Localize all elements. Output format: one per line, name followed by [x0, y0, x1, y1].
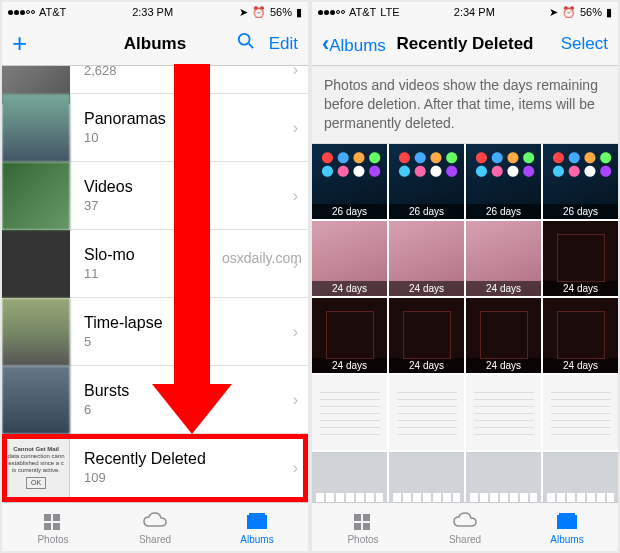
- svg-rect-7: [249, 513, 265, 515]
- alarm-icon: ⏰: [252, 6, 266, 19]
- back-button[interactable]: ‹ Albums: [322, 31, 386, 57]
- status-bar: AT&T 2:33 PM ➤ ⏰ 56% ▮: [2, 2, 308, 22]
- album-row[interactable]: Panoramas10 ›: [2, 94, 308, 162]
- photo-cell[interactable]: 24 days: [543, 221, 618, 296]
- photo-cell[interactable]: 24 days: [389, 221, 464, 296]
- status-bar: AT&T LTE 2:34 PM ➤ ⏰ 56% ▮: [312, 2, 618, 22]
- album-row[interactable]: Videos37 ›: [2, 162, 308, 230]
- chevron-right-icon: ›: [293, 187, 298, 205]
- svg-rect-6: [247, 515, 267, 529]
- albums-icon: [554, 510, 580, 532]
- photo-cell[interactable]: [543, 375, 618, 450]
- battery-percent: 56%: [580, 6, 602, 18]
- cloud-icon: [452, 510, 478, 532]
- signal-dots-icon: [8, 10, 35, 15]
- tab-photos[interactable]: Photos: [312, 503, 414, 551]
- photo-cell[interactable]: 26 days: [543, 144, 618, 219]
- photo-cell[interactable]: [543, 452, 618, 502]
- carrier-label: AT&T: [349, 6, 376, 18]
- svg-rect-2: [44, 514, 51, 521]
- svg-rect-3: [53, 514, 60, 521]
- phone-right: AT&T LTE 2:34 PM ➤ ⏰ 56% ▮ ‹ Albums Rece…: [312, 2, 618, 551]
- battery-icon: ▮: [606, 6, 612, 19]
- svg-rect-15: [559, 513, 575, 515]
- photos-icon: [350, 510, 376, 532]
- clock: 2:34 PM: [454, 6, 495, 18]
- svg-rect-5: [53, 523, 60, 530]
- tab-bar: Photos Shared Albums: [312, 502, 618, 551]
- location-icon: ➤: [239, 6, 248, 19]
- clock: 2:33 PM: [132, 6, 173, 18]
- albums-list[interactable]: 2,628 › Panoramas10 › Videos37 › Slo-mo1…: [2, 66, 308, 502]
- photo-cell[interactable]: 24 days: [312, 221, 387, 296]
- deleted-content[interactable]: Photos and videos show the days remainin…: [312, 66, 618, 502]
- photo-cell[interactable]: 24 days: [312, 298, 387, 373]
- album-row[interactable]: Time-lapse5 ›: [2, 298, 308, 366]
- phone-left: AT&T 2:33 PM ➤ ⏰ 56% ▮ + Albums Edit 2,6…: [2, 2, 308, 551]
- photo-cell[interactable]: 24 days: [543, 298, 618, 373]
- svg-rect-4: [44, 523, 51, 530]
- album-thumbnail: [2, 94, 70, 162]
- album-thumbnail: [2, 366, 70, 434]
- photos-icon: [40, 510, 66, 532]
- album-thumbnail: Cannot Get Mail data connection cann est…: [2, 434, 70, 502]
- photo-cell[interactable]: 24 days: [466, 298, 541, 373]
- location-icon: ➤: [549, 6, 558, 19]
- edit-button[interactable]: Edit: [269, 34, 298, 54]
- svg-rect-12: [354, 523, 361, 530]
- signal-dots-icon: [318, 10, 345, 15]
- svg-line-1: [248, 44, 253, 49]
- svg-rect-14: [557, 515, 577, 529]
- battery-percent: 56%: [270, 6, 292, 18]
- photo-cell[interactable]: 24 days: [389, 298, 464, 373]
- album-row-recently-deleted[interactable]: Cannot Get Mail data connection cann est…: [2, 434, 308, 502]
- chevron-right-icon: ›: [293, 119, 298, 137]
- select-button[interactable]: Select: [561, 34, 608, 54]
- svg-rect-10: [354, 514, 361, 521]
- alarm-icon: ⏰: [562, 6, 576, 19]
- album-row[interactable]: Bursts6 ›: [2, 366, 308, 434]
- photo-cell[interactable]: 26 days: [312, 144, 387, 219]
- svg-rect-11: [363, 514, 370, 521]
- albums-icon: [244, 510, 270, 532]
- photo-cell[interactable]: [389, 375, 464, 450]
- search-icon[interactable]: [237, 32, 255, 55]
- tab-shared[interactable]: Shared: [104, 503, 206, 551]
- chevron-right-icon: ›: [293, 323, 298, 341]
- svg-point-0: [239, 34, 250, 45]
- chevron-right-icon: ›: [293, 459, 298, 477]
- cloud-icon: [142, 510, 168, 532]
- photo-cell[interactable]: 24 days: [466, 221, 541, 296]
- chevron-right-icon: ›: [293, 66, 298, 79]
- photo-cell[interactable]: [466, 452, 541, 502]
- photo-cell[interactable]: [466, 375, 541, 450]
- info-banner: Photos and videos show the days remainin…: [312, 66, 618, 144]
- tab-shared[interactable]: Shared: [414, 503, 516, 551]
- battery-icon: ▮: [296, 6, 302, 19]
- photo-cell[interactable]: 26 days: [389, 144, 464, 219]
- tab-albums[interactable]: Albums: [516, 503, 618, 551]
- photo-grid: 26 days 26 days 26 days 26 days 24 days …: [312, 144, 618, 502]
- photo-cell[interactable]: [312, 452, 387, 502]
- svg-rect-13: [363, 523, 370, 530]
- add-button[interactable]: +: [12, 28, 27, 59]
- album-thumbnail: [2, 298, 70, 366]
- network-label: LTE: [380, 6, 399, 18]
- photo-cell[interactable]: [389, 452, 464, 502]
- photo-cell[interactable]: 26 days: [466, 144, 541, 219]
- carrier-label: AT&T: [39, 6, 66, 18]
- nav-bar: + Albums Edit: [2, 22, 308, 66]
- album-row[interactable]: 2,628 ›: [2, 66, 308, 94]
- tab-photos[interactable]: Photos: [2, 503, 104, 551]
- album-thumbnail: [2, 230, 70, 298]
- tab-albums[interactable]: Albums: [206, 503, 308, 551]
- chevron-right-icon: ›: [293, 391, 298, 409]
- album-thumbnail: [2, 162, 70, 230]
- album-row[interactable]: Slo-mo11 ›: [2, 230, 308, 298]
- photo-cell[interactable]: [312, 375, 387, 450]
- chevron-right-icon: ›: [293, 255, 298, 273]
- tab-bar: Photos Shared Albums: [2, 502, 308, 551]
- nav-bar: ‹ Albums Recently Deleted Select: [312, 22, 618, 66]
